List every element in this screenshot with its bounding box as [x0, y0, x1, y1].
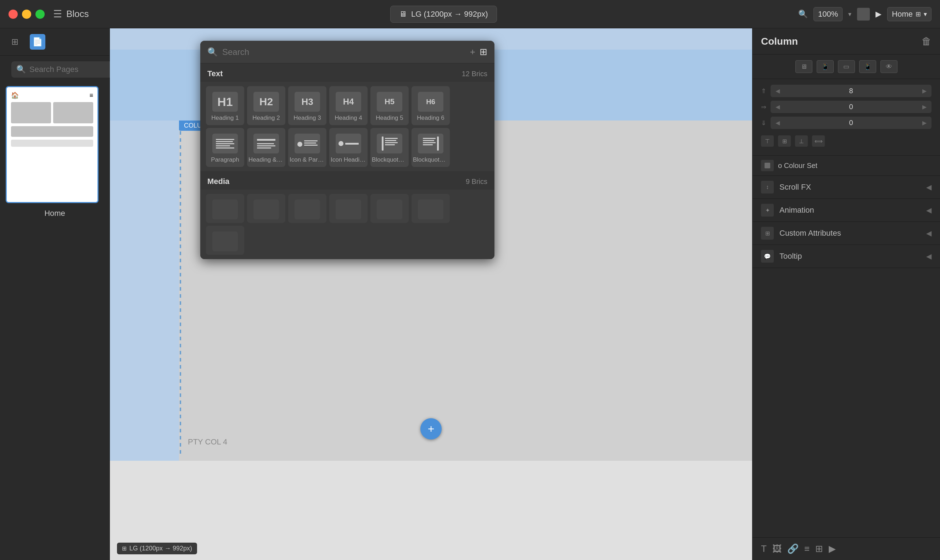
bric-heading4[interactable]: H4 Heading 4	[329, 86, 368, 125]
media-bric-grid	[200, 189, 494, 259]
custom-attributes-icon: ⊞	[761, 227, 774, 240]
align-bottom-btn[interactable]: ⊥	[795, 135, 808, 147]
bric-paragraph[interactable]: Paragraph	[206, 128, 244, 167]
canvas-left-strip	[110, 120, 179, 461]
view-phone-btn[interactable]: 📱	[859, 60, 876, 73]
view-tablet-btn[interactable]: 📱	[817, 60, 834, 73]
align-stretch-btn[interactable]: ⟺	[812, 135, 825, 147]
custom-attributes-row[interactable]: ⊞ Custom Attributes ◀	[752, 222, 940, 245]
bric-media-6[interactable]	[412, 194, 450, 223]
sidebar-tab-pages[interactable]: 📄	[30, 34, 45, 49]
bric-heading2[interactable]: H2 Heading 2	[247, 86, 285, 125]
animation-row[interactable]: ✦ Animation ◀	[752, 199, 940, 222]
image-icon[interactable]: 🖼	[772, 543, 782, 554]
h4-icon: H4	[336, 92, 361, 112]
page-selector[interactable]: Home ⊞ ▾	[887, 7, 931, 21]
bottom-toolbar: T 🖼 🔗 ≡ ⊞ ▶	[752, 537, 940, 560]
align-middle-btn[interactable]: ⊞	[778, 135, 791, 147]
media-section-title: Media	[207, 177, 466, 186]
padding-right-left-arrow[interactable]: ◀	[775, 103, 780, 110]
zoom-dropdown[interactable]: 100%	[814, 7, 843, 21]
bric-media-1[interactable]	[206, 194, 244, 223]
add-bric-button[interactable]: +	[420, 418, 442, 440]
table-icon[interactable]: ⊞	[815, 543, 823, 554]
media-4-icon	[336, 200, 361, 219]
bric-add-button[interactable]: +	[470, 46, 475, 57]
h6-label: Heading 6	[417, 114, 445, 122]
sidebar-tabs: ⊞ 📄	[0, 28, 109, 55]
sidebar-tab-layers[interactable]: ⊞	[7, 34, 23, 49]
video-icon[interactable]: ▶	[829, 543, 836, 554]
resolution-label: LG (1200px → 992px)	[129, 545, 192, 552]
bric-grid-icon[interactable]: ⊞	[480, 46, 488, 57]
bric-media-4[interactable]	[329, 194, 368, 223]
bric-blockquote-left[interactable]: Blockquote Left	[371, 128, 409, 167]
text-icon[interactable]: T	[761, 543, 767, 554]
padding-top-right-arrow[interactable]: ▶	[922, 88, 926, 94]
padding-right-value: 0	[783, 103, 920, 111]
padding-top-row: ⇑ ◀ 8 ▶	[761, 85, 931, 97]
view-square-btn[interactable]	[857, 8, 870, 20]
padding-top-control[interactable]: ◀ 8 ▶	[771, 85, 931, 97]
thumb-block-narrow	[11, 140, 93, 147]
padding-right-indicator: ⇒	[761, 103, 766, 111]
minimize-button[interactable]	[22, 9, 31, 19]
bric-icon-para[interactable]: Icon & Paragr...	[288, 128, 326, 167]
padding-top-value: 8	[783, 87, 920, 95]
chevron-down-icon-page: ▾	[924, 10, 927, 18]
app-menu-icon[interactable]: ☰	[53, 8, 62, 20]
padding-right-row: ⇒ ◀ 0 ▶	[761, 101, 931, 113]
padding-right-right-arrow[interactable]: ▶	[922, 103, 926, 110]
chevron-down-icon[interactable]: ▾	[848, 10, 851, 18]
bric-search-input[interactable]	[222, 47, 466, 57]
text-section-count: 12 Brics	[462, 70, 488, 78]
column-drag-handle[interactable]	[180, 131, 181, 457]
bric-media-2[interactable]	[247, 194, 285, 223]
bric-heading1[interactable]: H1 Heading 1	[206, 86, 244, 125]
viewport-label: LG (1200px → 992px)	[411, 9, 488, 19]
monitor-small-icon: ⊞	[122, 545, 126, 552]
view-controls: 🖥 📱 ▭ 📱 👁	[752, 55, 940, 79]
bric-icon-heading[interactable]: Icon Heading	[329, 128, 368, 167]
blockquote-left-label: Blockquote Left	[372, 156, 407, 163]
bric-heading5[interactable]: H5 Heading 5	[371, 86, 409, 125]
page-thumbnail[interactable]: 🏠 ≡	[6, 86, 98, 203]
padding-bottom-left-arrow[interactable]: ◀	[775, 120, 780, 126]
thumb-blocks	[11, 102, 93, 147]
icon-para-label: Icon & Paragr...	[289, 156, 325, 163]
scroll-fx-row[interactable]: ↕ Scroll FX ◀	[752, 176, 940, 199]
view-eye-btn[interactable]: 👁	[880, 60, 897, 73]
view-desktop-btn[interactable]: 🖥	[795, 60, 812, 73]
close-button[interactable]	[9, 9, 18, 19]
scroll-fx-label: Scroll FX	[780, 183, 926, 192]
search-row: 🔍 +	[6, 55, 104, 80]
padding-bottom-right-arrow[interactable]: ▶	[922, 120, 926, 126]
play-button[interactable]: ▶	[875, 9, 882, 19]
h2-label: Heading 2	[252, 114, 280, 122]
list-icon[interactable]: ≡	[804, 543, 809, 554]
blockquote-right-icon	[418, 134, 443, 154]
bric-media-5[interactable]	[371, 194, 409, 223]
grid-icon: ⊞	[915, 10, 921, 18]
bric-heading-para[interactable]: Heading & Par...	[247, 128, 285, 167]
h1-icon: H1	[212, 92, 238, 112]
media-section-count: 9 Brics	[466, 178, 488, 186]
viewport-indicator[interactable]: 🖥 LG (1200px → 992px)	[390, 6, 497, 23]
padding-right-control[interactable]: ◀ 0 ▶	[771, 101, 931, 113]
maximize-button[interactable]	[35, 9, 45, 19]
tooltip-row[interactable]: 💬 Tooltip ◀	[752, 245, 940, 268]
padding-bottom-control[interactable]: ◀ 0 ▶	[771, 117, 931, 129]
link-icon[interactable]: 🔗	[787, 543, 798, 554]
bric-heading3[interactable]: H3 Heading 3	[288, 86, 326, 125]
bric-media-7[interactable]	[206, 226, 244, 255]
bric-media-3[interactable]	[288, 194, 326, 223]
view-tablet2-btn[interactable]: ▭	[838, 60, 855, 73]
bric-heading6[interactable]: H6 Heading 6	[412, 86, 450, 125]
icon-heading-label: Icon Heading	[331, 156, 366, 163]
bric-blockquote-right[interactable]: Blockquote Ri...	[412, 128, 450, 167]
delete-button[interactable]: 🗑	[922, 35, 931, 47]
menu-icon: ≡	[89, 92, 93, 99]
align-top-btn[interactable]: ⊤	[761, 135, 774, 147]
left-sidebar: ⊞ 📄 🔍 + 🏠 ≡ Home	[0, 28, 110, 560]
padding-top-left-arrow[interactable]: ◀	[775, 88, 780, 94]
